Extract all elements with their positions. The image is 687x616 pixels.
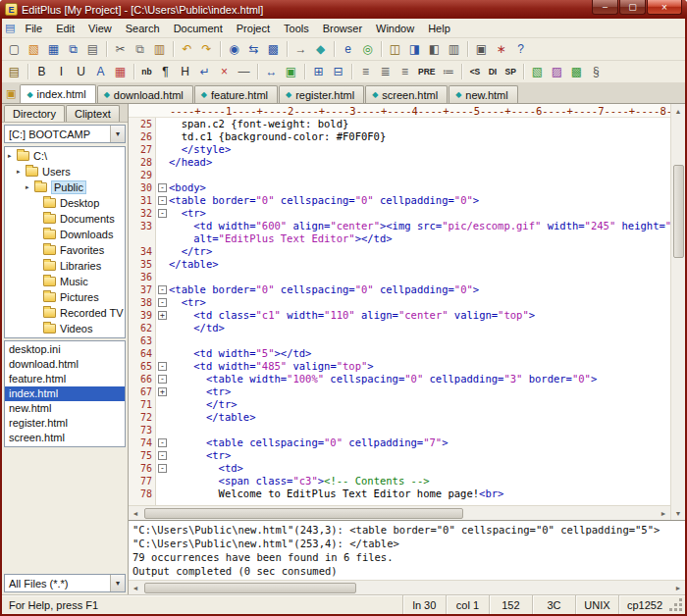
- menu-window[interactable]: Window: [369, 20, 421, 37]
- file-item-new.html[interactable]: new.html: [5, 401, 125, 416]
- view-in-browser-icon[interactable]: ◎: [358, 40, 377, 58]
- fold-collapse-icon[interactable]: -: [158, 209, 167, 218]
- fold-collapse-icon[interactable]: -: [158, 438, 167, 447]
- document-selector-icon[interactable]: ▣: [6, 87, 16, 100]
- help-icon[interactable]: ?: [511, 40, 530, 58]
- output-line[interactable]: Output completed (0 sec consumed): [132, 564, 681, 578]
- tab-download.html[interactable]: ◆download.html: [97, 85, 193, 103]
- scroll-down-arrow-icon[interactable]: ▼: [671, 506, 685, 520]
- preformatted-icon[interactable]: PRE: [415, 63, 438, 80]
- text-color-icon[interactable]: ▦: [111, 63, 130, 80]
- redo-icon[interactable]: ↷: [197, 40, 216, 58]
- menu-browser[interactable]: Browser: [316, 20, 369, 37]
- special-characters-icon[interactable]: §: [587, 63, 606, 80]
- status-pane-2[interactable]: 152: [489, 595, 532, 614]
- fold-collapse-icon[interactable]: -: [158, 196, 167, 205]
- fold-collapse-icon[interactable]: -: [158, 183, 167, 192]
- tab-new.html[interactable]: ◆new.html: [449, 85, 518, 103]
- file-item-screen.html[interactable]: screen.html: [5, 431, 125, 445]
- tab-cliptext[interactable]: Cliptext: [66, 105, 120, 122]
- file-item-index.html[interactable]: index.html: [5, 386, 125, 401]
- tree-item-pictures[interactable]: Pictures: [5, 289, 125, 305]
- status-pane-0[interactable]: ln 30: [402, 595, 446, 614]
- strikethrough-icon[interactable]: <S: [466, 63, 483, 80]
- output-line[interactable]: "C:\Users\Public\new.html"(253,4): </tab…: [132, 537, 681, 550]
- scrollbar-track[interactable]: [673, 118, 684, 506]
- fold-collapse-icon[interactable]: -: [158, 375, 167, 384]
- output-window-icon[interactable]: ◧: [425, 40, 444, 58]
- scrollbar-track[interactable]: [142, 508, 657, 519]
- browser-preview-icon[interactable]: e: [339, 40, 357, 58]
- tree-item-documents[interactable]: Documents: [5, 211, 125, 227]
- menu-tools[interactable]: Tools: [277, 20, 316, 37]
- paste-icon[interactable]: ▥: [150, 40, 169, 58]
- expanded-arrow-icon[interactable]: ▸: [26, 183, 34, 191]
- menu-help[interactable]: Help: [421, 20, 457, 37]
- editor[interactable]: ----+----1----+----2----+----3----+----4…: [129, 104, 670, 520]
- chevron-down-icon[interactable]: ▾: [110, 126, 125, 142]
- table-row-icon[interactable]: ⊟: [329, 63, 347, 80]
- tree-item-favorites[interactable]: Favorites: [5, 242, 125, 258]
- tab-register.html[interactable]: ◆register.html: [279, 85, 364, 103]
- tree-item-music[interactable]: Music: [5, 274, 125, 289]
- file-filter-selector[interactable]: All Files (*.*) ▾: [4, 574, 126, 592]
- output-line[interactable]: "C:\Users\Public\new.html"(243,3): <tabl…: [132, 523, 681, 537]
- scroll-right-arrow-icon[interactable]: ►: [671, 581, 685, 594]
- anchor-icon[interactable]: ↔: [262, 63, 281, 80]
- expanded-arrow-icon[interactable]: ▸: [17, 168, 26, 176]
- maximize-button[interactable]: ▢: [619, 0, 646, 15]
- drive-selector[interactable]: [C:] BOOTCAMP ▾: [4, 125, 126, 143]
- find-icon[interactable]: ◉: [225, 40, 243, 58]
- save-file-icon[interactable]: ▦: [44, 40, 63, 58]
- fold-expand-icon[interactable]: +: [158, 387, 167, 396]
- image-icon[interactable]: ▣: [282, 63, 300, 80]
- goto-line-icon[interactable]: →: [291, 40, 310, 58]
- directory-window-icon[interactable]: ◫: [386, 40, 404, 58]
- tree-item-users[interactable]: ▸Users: [5, 164, 125, 180]
- fold-collapse-icon[interactable]: -: [158, 362, 167, 371]
- bookmark-icon[interactable]: ◆: [311, 40, 330, 58]
- fold-collapse-icon[interactable]: -: [158, 451, 167, 460]
- minimize-button[interactable]: –: [592, 0, 618, 15]
- replace-icon[interactable]: ⇆: [244, 40, 263, 58]
- expanded-arrow-icon[interactable]: ▸: [8, 152, 17, 160]
- find-in-files-icon[interactable]: ▩: [264, 40, 283, 58]
- scroll-right-arrow-icon[interactable]: ►: [657, 506, 670, 520]
- scrollbar-thumb[interactable]: [144, 583, 356, 593]
- bold-icon[interactable]: B: [32, 63, 51, 80]
- align-right-icon[interactable]: ≡: [396, 63, 414, 80]
- line-break-icon[interactable]: ↵: [195, 63, 214, 80]
- scroll-left-arrow-icon[interactable]: ◄: [129, 506, 142, 520]
- tab-screen.html[interactable]: ◆screen.html: [365, 85, 448, 103]
- resize-grip[interactable]: [670, 595, 685, 614]
- tree-item-public[interactable]: ▸Public: [5, 180, 125, 195]
- tree-item-recorded-tv[interactable]: Recorded TV: [5, 305, 125, 321]
- tab-feature.html[interactable]: ◆feature.html: [194, 85, 278, 103]
- code-area[interactable]: 25 span.c2 {font-weight: bold}26 td.c1 {…: [129, 118, 670, 505]
- menu-document[interactable]: Document: [167, 20, 230, 37]
- open-file-icon[interactable]: ▧: [25, 40, 43, 58]
- horizontal-rule-icon[interactable]: —: [235, 63, 253, 80]
- paragraph-icon[interactable]: ¶: [156, 63, 175, 80]
- scrollbar-thumb[interactable]: [144, 508, 463, 519]
- scrollbar-thumb[interactable]: [673, 165, 684, 258]
- fold-collapse-icon[interactable]: -: [158, 464, 167, 473]
- tab-directory[interactable]: Directory: [4, 105, 65, 122]
- fold-collapse-icon[interactable]: -: [158, 298, 167, 307]
- non-breaking-space-icon[interactable]: nb: [138, 63, 155, 80]
- status-pane-5[interactable]: cp1252: [618, 595, 670, 614]
- cliptext-window-icon[interactable]: ◨: [405, 40, 424, 58]
- chevron-down-icon[interactable]: ▾: [110, 575, 125, 591]
- editor-horizontal-scrollbar[interactable]: ◄ ►: [129, 505, 670, 520]
- undo-icon[interactable]: ↶: [178, 40, 196, 58]
- copy-icon[interactable]: ⧉: [131, 40, 149, 58]
- output-horizontal-scrollbar[interactable]: ◄ ►: [129, 580, 685, 594]
- fullscreen-icon[interactable]: ▣: [472, 40, 491, 58]
- output-line[interactable]: 79 occurrences have been found in 6 file…: [132, 550, 681, 564]
- fold-expand-icon[interactable]: +: [158, 311, 167, 320]
- underline-icon[interactable]: U: [72, 63, 90, 80]
- scroll-left-arrow-icon[interactable]: ◄: [129, 581, 142, 594]
- file-item-feature.html[interactable]: feature.html: [5, 372, 125, 386]
- tree-item-downloads[interactable]: Downloads: [5, 227, 125, 242]
- script-tag-icon[interactable]: ▧: [528, 63, 547, 80]
